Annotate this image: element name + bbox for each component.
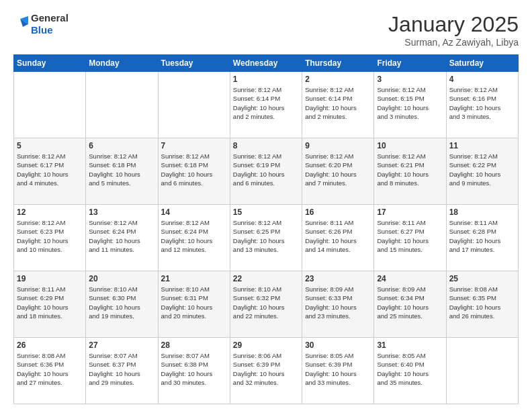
day-info: Sunrise: 8:07 AM Sunset: 6:38 PM Dayligh… <box>161 351 227 387</box>
day-number: 15 <box>233 208 299 217</box>
calendar-cell: 21Sunrise: 8:10 AM Sunset: 6:31 PM Dayli… <box>158 271 230 338</box>
day-info: Sunrise: 8:12 AM Sunset: 6:24 PM Dayligh… <box>161 218 227 254</box>
day-number: 2 <box>305 75 371 84</box>
day-number: 11 <box>449 141 515 150</box>
day-info: Sunrise: 8:11 AM Sunset: 6:28 PM Dayligh… <box>449 218 515 254</box>
calendar-cell <box>14 72 86 138</box>
calendar-cell: 20Sunrise: 8:10 AM Sunset: 6:30 PM Dayli… <box>86 271 158 338</box>
day-number: 13 <box>89 208 154 217</box>
day-number: 4 <box>449 75 515 84</box>
month-title: January 2025 <box>388 12 519 37</box>
day-info: Sunrise: 8:11 AM Sunset: 6:29 PM Dayligh… <box>17 285 83 320</box>
day-info: Sunrise: 8:09 AM Sunset: 6:33 PM Dayligh… <box>305 285 371 320</box>
day-number: 3 <box>377 75 443 84</box>
logo-name-blue: Blue <box>31 24 69 36</box>
day-number: 30 <box>305 340 371 350</box>
col-friday: Friday <box>374 55 446 72</box>
calendar-cell: 12Sunrise: 8:12 AM Sunset: 6:23 PM Dayli… <box>14 205 86 271</box>
day-info: Sunrise: 8:12 AM Sunset: 6:25 PM Dayligh… <box>233 218 299 254</box>
calendar-cell: 18Sunrise: 8:11 AM Sunset: 6:28 PM Dayli… <box>446 205 518 271</box>
calendar-cell: 15Sunrise: 8:12 AM Sunset: 6:25 PM Dayli… <box>230 205 302 271</box>
location: Surman, Az Zawiyah, Libya <box>388 37 519 48</box>
col-tuesday: Tuesday <box>158 55 230 72</box>
day-number: 9 <box>305 141 371 150</box>
day-info: Sunrise: 8:12 AM Sunset: 6:16 PM Dayligh… <box>449 85 515 121</box>
day-number: 14 <box>161 208 227 217</box>
logo: General Blue <box>13 12 69 36</box>
week-row-2: 5Sunrise: 8:12 AM Sunset: 6:17 PM Daylig… <box>14 138 519 205</box>
calendar-cell: 14Sunrise: 8:12 AM Sunset: 6:24 PM Dayli… <box>158 205 230 271</box>
calendar-cell: 1Sunrise: 8:12 AM Sunset: 6:14 PM Daylig… <box>230 72 302 138</box>
day-number: 31 <box>377 340 443 350</box>
day-info: Sunrise: 8:12 AM Sunset: 6:14 PM Dayligh… <box>305 85 371 121</box>
day-info: Sunrise: 8:12 AM Sunset: 6:20 PM Dayligh… <box>305 152 371 187</box>
day-number: 16 <box>305 208 371 217</box>
day-number: 20 <box>89 274 154 283</box>
calendar-cell <box>158 72 230 138</box>
day-info: Sunrise: 8:09 AM Sunset: 6:34 PM Dayligh… <box>377 285 443 320</box>
calendar-cell: 8Sunrise: 8:12 AM Sunset: 6:19 PM Daylig… <box>230 138 302 205</box>
calendar-cell: 4Sunrise: 8:12 AM Sunset: 6:16 PM Daylig… <box>446 72 518 138</box>
calendar-cell: 26Sunrise: 8:08 AM Sunset: 6:36 PM Dayli… <box>14 338 86 404</box>
calendar-cell: 27Sunrise: 8:07 AM Sunset: 6:37 PM Dayli… <box>86 338 158 404</box>
day-number: 6 <box>89 141 154 150</box>
calendar-cell: 19Sunrise: 8:11 AM Sunset: 6:29 PM Dayli… <box>14 271 86 338</box>
day-info: Sunrise: 8:12 AM Sunset: 6:14 PM Dayligh… <box>233 85 299 121</box>
day-number: 10 <box>377 141 443 150</box>
week-row-3: 12Sunrise: 8:12 AM Sunset: 6:23 PM Dayli… <box>14 205 519 271</box>
day-info: Sunrise: 8:12 AM Sunset: 6:23 PM Dayligh… <box>17 218 83 254</box>
calendar-cell: 3Sunrise: 8:12 AM Sunset: 6:15 PM Daylig… <box>374 72 446 138</box>
day-info: Sunrise: 8:11 AM Sunset: 6:26 PM Dayligh… <box>305 218 371 254</box>
day-number: 22 <box>233 274 299 283</box>
day-number: 17 <box>377 208 443 217</box>
day-info: Sunrise: 8:12 AM Sunset: 6:15 PM Dayligh… <box>377 85 443 121</box>
calendar-cell: 22Sunrise: 8:10 AM Sunset: 6:32 PM Dayli… <box>230 271 302 338</box>
week-row-5: 26Sunrise: 8:08 AM Sunset: 6:36 PM Dayli… <box>14 338 519 404</box>
calendar-cell: 11Sunrise: 8:12 AM Sunset: 6:22 PM Dayli… <box>446 138 518 205</box>
day-info: Sunrise: 8:10 AM Sunset: 6:30 PM Dayligh… <box>89 285 154 320</box>
col-monday: Monday <box>86 55 158 72</box>
day-number: 28 <box>161 340 227 350</box>
calendar-cell: 5Sunrise: 8:12 AM Sunset: 6:17 PM Daylig… <box>14 138 86 205</box>
calendar-cell: 6Sunrise: 8:12 AM Sunset: 6:18 PM Daylig… <box>86 138 158 205</box>
day-number: 8 <box>233 141 299 150</box>
day-info: Sunrise: 8:05 AM Sunset: 6:40 PM Dayligh… <box>377 351 443 387</box>
calendar-cell: 10Sunrise: 8:12 AM Sunset: 6:21 PM Dayli… <box>374 138 446 205</box>
day-number: 25 <box>449 274 515 283</box>
day-info: Sunrise: 8:12 AM Sunset: 6:22 PM Dayligh… <box>449 152 515 187</box>
calendar-cell: 24Sunrise: 8:09 AM Sunset: 6:34 PM Dayli… <box>374 271 446 338</box>
day-number: 18 <box>449 208 515 217</box>
calendar-cell: 9Sunrise: 8:12 AM Sunset: 6:20 PM Daylig… <box>302 138 374 205</box>
calendar-cell: 16Sunrise: 8:11 AM Sunset: 6:26 PM Dayli… <box>302 205 374 271</box>
day-info: Sunrise: 8:10 AM Sunset: 6:31 PM Dayligh… <box>161 285 227 320</box>
day-number: 29 <box>233 340 299 350</box>
day-info: Sunrise: 8:12 AM Sunset: 6:18 PM Dayligh… <box>161 152 227 187</box>
calendar-cell: 2Sunrise: 8:12 AM Sunset: 6:14 PM Daylig… <box>302 72 374 138</box>
calendar-cell <box>446 338 518 404</box>
day-number: 23 <box>305 274 371 283</box>
calendar-cell: 7Sunrise: 8:12 AM Sunset: 6:18 PM Daylig… <box>158 138 230 205</box>
logo-bird-icon <box>13 15 28 34</box>
day-info: Sunrise: 8:07 AM Sunset: 6:37 PM Dayligh… <box>89 351 154 387</box>
calendar-cell: 28Sunrise: 8:07 AM Sunset: 6:38 PM Dayli… <box>158 338 230 404</box>
day-info: Sunrise: 8:06 AM Sunset: 6:39 PM Dayligh… <box>233 351 299 387</box>
day-info: Sunrise: 8:10 AM Sunset: 6:32 PM Dayligh… <box>233 285 299 320</box>
day-number: 26 <box>17 340 83 350</box>
col-thursday: Thursday <box>302 55 374 72</box>
day-number: 1 <box>233 75 299 84</box>
day-info: Sunrise: 8:12 AM Sunset: 6:18 PM Dayligh… <box>89 152 154 187</box>
calendar-cell: 29Sunrise: 8:06 AM Sunset: 6:39 PM Dayli… <box>230 338 302 404</box>
calendar-cell <box>86 72 158 138</box>
day-info: Sunrise: 8:11 AM Sunset: 6:27 PM Dayligh… <box>377 218 443 254</box>
day-number: 24 <box>377 274 443 283</box>
calendar-cell: 30Sunrise: 8:05 AM Sunset: 6:39 PM Dayli… <box>302 338 374 404</box>
calendar-table: Sunday Monday Tuesday Wednesday Thursday… <box>13 54 519 404</box>
day-number: 21 <box>161 274 227 283</box>
logo-name-general: General <box>31 12 69 24</box>
day-number: 7 <box>161 141 227 150</box>
header: General Blue January 2025 Surman, Az Zaw… <box>13 12 519 48</box>
week-row-1: 1Sunrise: 8:12 AM Sunset: 6:14 PM Daylig… <box>14 72 519 138</box>
day-info: Sunrise: 8:12 AM Sunset: 6:17 PM Dayligh… <box>17 152 83 187</box>
page: General Blue January 2025 Surman, Az Zaw… <box>0 0 532 411</box>
calendar-cell: 17Sunrise: 8:11 AM Sunset: 6:27 PM Dayli… <box>374 205 446 271</box>
